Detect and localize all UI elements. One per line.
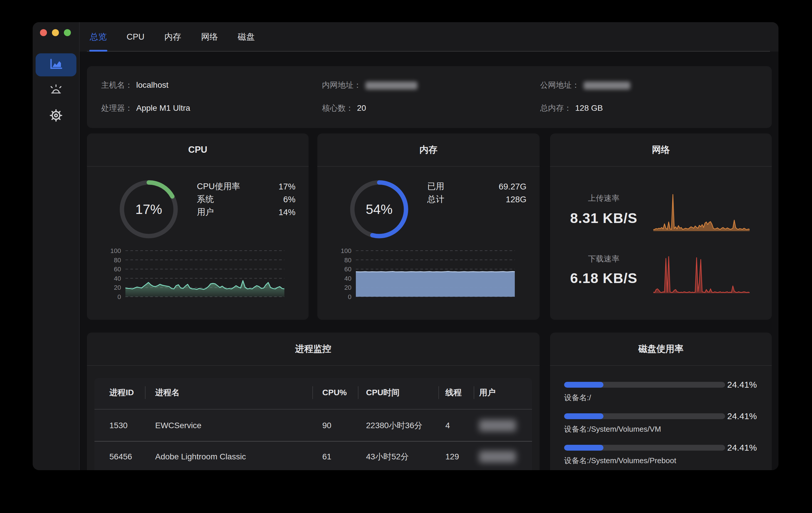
memory-card: 内存 54% 已用69.27G 总计128G 0204060 — [317, 133, 540, 320]
system-monitor-window: 总览 CPU 内存 网络 磁盘 主机名：localhost 处理器：Apple … — [33, 22, 779, 470]
download-rate-label: 下载速率 — [550, 253, 658, 264]
column-header-name: 进程名 — [155, 387, 180, 398]
svg-text:20: 20 — [114, 284, 121, 291]
sidebar — [33, 22, 80, 470]
redacted-lan-address — [366, 82, 417, 89]
column-divider — [474, 386, 474, 399]
tab-list: 总览 CPU 内存 网络 磁盘 — [90, 22, 255, 52]
disk-progress-bar — [564, 445, 725, 451]
tab-network[interactable]: 网络 — [201, 22, 218, 52]
upload-rate-label: 上传速率 — [550, 193, 658, 204]
memory-history-chart: 020406080100 — [317, 244, 539, 305]
column-header-time: CPU时间 — [366, 387, 400, 398]
column-header-cpu: CPU% — [322, 388, 347, 397]
tab-bar: 总览 CPU 内存 网络 磁盘 — [80, 22, 779, 52]
redacted-wan-address — [584, 82, 630, 89]
svg-text:80: 80 — [114, 256, 121, 264]
disk-card-title: 磁盘使用率 — [550, 333, 772, 366]
sidebar-item-alerts[interactable] — [36, 79, 77, 102]
tab-memory[interactable]: 内存 — [164, 22, 181, 52]
cpu-gauge-value: 17% — [118, 179, 179, 240]
gear-icon — [49, 108, 63, 124]
tab-overview[interactable]: 总览 — [90, 22, 107, 52]
close-window-button[interactable] — [40, 29, 47, 36]
hostname-field: 主机名：localhost — [101, 80, 169, 90]
svg-text:40: 40 — [344, 275, 351, 282]
tab-disk[interactable]: 磁盘 — [238, 22, 255, 52]
row-divider — [94, 441, 532, 442]
disk-device-label: 设备名:/System/Volumes/VM — [564, 424, 661, 434]
wan-address-field: 公网地址： — [540, 80, 630, 90]
cpu-card: CPU 17% CPU使用率17% 系统6% 用 — [87, 133, 309, 320]
upload-rate-value: 8.31 KB/S — [550, 210, 658, 226]
process-card-title: 进程监控 — [87, 333, 540, 366]
memory-stats: 已用69.27G 总计128G — [427, 180, 526, 206]
disk-progress-fill — [564, 382, 604, 388]
memory-gauge-value: 54% — [349, 179, 410, 240]
column-divider — [312, 386, 313, 399]
column-divider — [358, 386, 358, 399]
area-chart-icon — [49, 58, 63, 72]
stat-row: 用户14% — [197, 206, 295, 219]
svg-text:80: 80 — [344, 256, 351, 264]
memory-gauge-chart: 54% — [349, 179, 410, 240]
tab-cpu[interactable]: CPU — [126, 22, 144, 52]
svg-text:100: 100 — [341, 247, 351, 254]
disk-percent: 24.41% — [727, 411, 757, 421]
disk-progress-bar — [564, 382, 725, 388]
cpu-card-title: CPU — [87, 133, 309, 167]
stat-row: 系统6% — [197, 193, 295, 206]
memory-card-title: 内存 — [317, 133, 540, 167]
download-rate-value: 6.18 KB/S — [550, 270, 658, 286]
cpu-gauge-chart: 17% — [118, 179, 179, 240]
stat-row: CPU使用率17% — [197, 180, 295, 193]
stat-row: 总计128G — [427, 193, 526, 206]
disk-percent: 24.41% — [727, 443, 757, 453]
disk-device-label: 设备名:/ — [564, 393, 591, 403]
svg-text:60: 60 — [344, 266, 351, 273]
svg-text:0: 0 — [118, 293, 121, 301]
cpu-stats: CPU使用率17% 系统6% 用户14% — [197, 180, 295, 219]
core-count-field: 核心数：20 — [322, 103, 366, 113]
process-monitor-card: 进程监控 进程ID 进程名 CPU% CPU时间 线程 用户 1530 — [87, 333, 540, 470]
disk-progress-fill — [564, 445, 604, 451]
column-header-user: 用户 — [479, 387, 496, 398]
total-memory-field: 总内存：128 GB — [540, 103, 603, 113]
network-card-title: 网络 — [550, 133, 772, 167]
lan-address-field: 内网地址： — [322, 80, 417, 90]
column-header-threads: 线程 — [445, 387, 462, 398]
main-content: 主机名：localhost 处理器：Apple M1 Ultra 内网地址： 核… — [80, 52, 779, 470]
column-divider — [145, 386, 146, 399]
minimize-window-button[interactable] — [52, 29, 59, 36]
column-header-pid: 进程ID — [109, 387, 134, 398]
cpu-history-chart: 020406080100 — [87, 244, 309, 305]
download-history-chart — [653, 252, 750, 295]
disk-percent: 24.41% — [727, 380, 757, 390]
svg-text:100: 100 — [110, 247, 121, 254]
stat-row: 已用69.27G — [427, 180, 526, 193]
svg-text:20: 20 — [344, 284, 351, 291]
zoom-window-button[interactable] — [64, 29, 71, 36]
redacted-user-value — [479, 451, 516, 462]
processor-field: 处理器：Apple M1 Ultra — [101, 103, 190, 113]
disk-device-label: 设备名:/System/Volumes/Preboot — [564, 456, 676, 466]
header-divider — [94, 409, 532, 410]
host-info-panel: 主机名：localhost 处理器：Apple M1 Ultra 内网地址： 核… — [87, 66, 772, 128]
svg-text:0: 0 — [348, 293, 351, 301]
svg-text:60: 60 — [114, 266, 121, 273]
process-table: 进程ID 进程名 CPU% CPU时间 线程 用户 1530 EWCServic… — [94, 378, 532, 470]
desktop-background: 总览 CPU 内存 网络 磁盘 主机名：localhost 处理器：Apple … — [0, 0, 812, 513]
svg-text:40: 40 — [114, 275, 121, 282]
disk-usage-card: 磁盘使用率 24.41% 设备名:/ 24.41% 设备名:/System/Vo… — [550, 333, 772, 470]
redacted-user-value — [479, 420, 516, 431]
window-controls — [40, 29, 71, 36]
disk-progress-fill — [564, 413, 604, 419]
disk-progress-bar — [564, 413, 725, 419]
upload-history-chart — [653, 190, 750, 233]
alarm-icon — [49, 83, 63, 98]
sidebar-item-monitor[interactable] — [36, 53, 77, 77]
network-card: 网络 上传速率 8.31 KB/S 下载速率 6.18 KB/S — [550, 133, 772, 320]
column-divider — [438, 386, 439, 399]
sidebar-item-settings[interactable] — [36, 104, 77, 127]
